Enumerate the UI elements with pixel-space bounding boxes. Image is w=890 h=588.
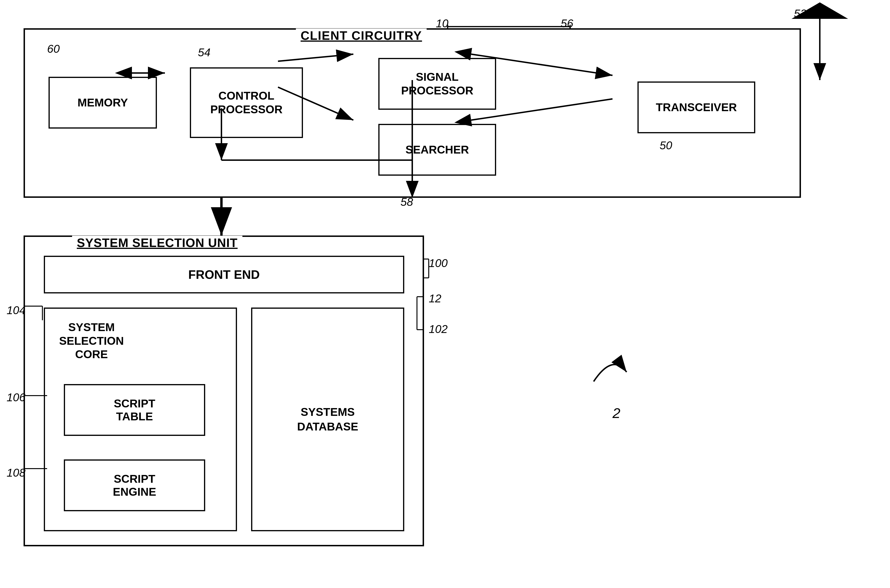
ref-54: 54	[198, 46, 210, 59]
diagram: CLIENT CIRCUITRY MEMORY CONTROL PROCESSO…	[0, 0, 890, 588]
ref-12: 12	[429, 292, 441, 305]
ref-58: 58	[401, 195, 413, 208]
transceiver-block: TRANSCEIVER	[638, 81, 755, 133]
ref-60: 60	[47, 42, 60, 56]
ref-108: 108	[7, 466, 26, 479]
system-selection-core-label: SYSTEM SELECTION CORE	[59, 321, 124, 361]
script-engine-block: SCRIPT ENGINE	[64, 459, 205, 511]
client-circuitry-box: CLIENT CIRCUITRY MEMORY CONTROL PROCESSO…	[24, 28, 801, 198]
searcher-block: SEARCHER	[378, 124, 496, 176]
ref-2: 2	[612, 405, 620, 421]
system-selection-unit-label: SYSTEM SELECTION UNIT	[72, 236, 242, 250]
ref-102: 102	[429, 322, 447, 336]
ref-104: 104	[7, 304, 26, 317]
system-selection-unit-box: SYSTEM SELECTION UNIT FRONT END SYSTEM S…	[24, 236, 424, 546]
ref-10: 10	[436, 17, 448, 30]
signal-processor-block: SIGNAL PROCESSOR	[378, 58, 496, 110]
ref-100: 100	[429, 256, 447, 270]
system-selection-core-outer: SYSTEM SELECTION CORE SCRIPT TABLE SCRIP…	[44, 308, 237, 531]
ref-56: 56	[561, 17, 573, 30]
client-circuitry-label: CLIENT CIRCUITRY	[296, 28, 427, 43]
ref-50: 50	[660, 139, 672, 152]
script-table-block: SCRIPT TABLE	[64, 384, 205, 436]
ref-52: 52	[794, 7, 806, 20]
control-processor-block: CONTROL PROCESSOR	[190, 68, 303, 138]
ref-106: 106	[7, 391, 26, 404]
memory-block: MEMORY	[48, 77, 157, 129]
systems-database-block: SYSTEMS DATABASE	[251, 308, 404, 531]
front-end-block: FRONT END	[44, 256, 404, 293]
